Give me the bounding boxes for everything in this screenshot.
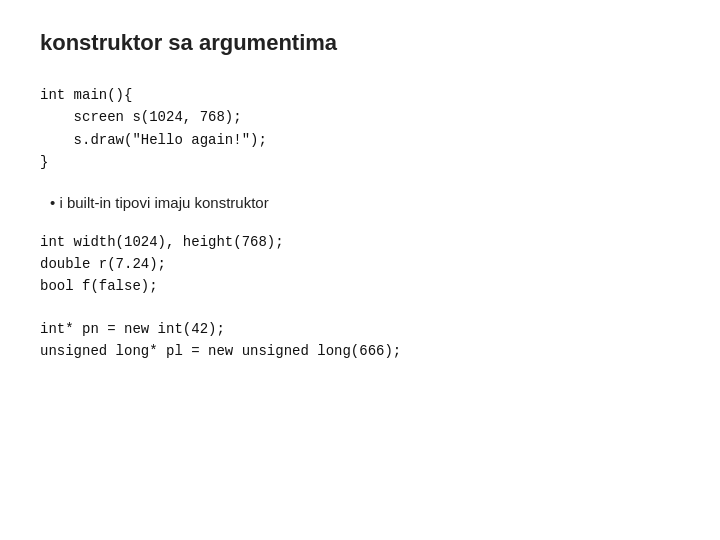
code-line-3-1: int* pn = new int(42); xyxy=(40,318,680,340)
page-container: konstruktor sa argumentima int main(){ s… xyxy=(0,0,720,540)
code-block-3: int* pn = new int(42); unsigned long* pl… xyxy=(40,318,680,363)
code-block-2: int width(1024), height(768); double r(7… xyxy=(40,231,680,298)
code-block-1: int main(){ screen s(1024, 768); s.draw(… xyxy=(40,84,680,174)
code-line-1-3: s.draw("Hello again!"); xyxy=(40,129,680,151)
bullet-text: i built-in tipovi imaju konstruktor xyxy=(59,194,268,211)
code-line-1-4: } xyxy=(40,151,680,173)
code-line-1-2: screen s(1024, 768); xyxy=(40,106,680,128)
code-line-2-3: bool f(false); xyxy=(40,275,680,297)
bullet-section: • i built-in tipovi imaju konstruktor xyxy=(50,194,680,211)
bullet-icon: • xyxy=(50,194,59,211)
code-line-2-1: int width(1024), height(768); xyxy=(40,231,680,253)
code-line-1-1: int main(){ xyxy=(40,84,680,106)
code-line-3-2: unsigned long* pl = new unsigned long(66… xyxy=(40,340,680,362)
code-line-2-2: double r(7.24); xyxy=(40,253,680,275)
page-title: konstruktor sa argumentima xyxy=(40,30,680,56)
